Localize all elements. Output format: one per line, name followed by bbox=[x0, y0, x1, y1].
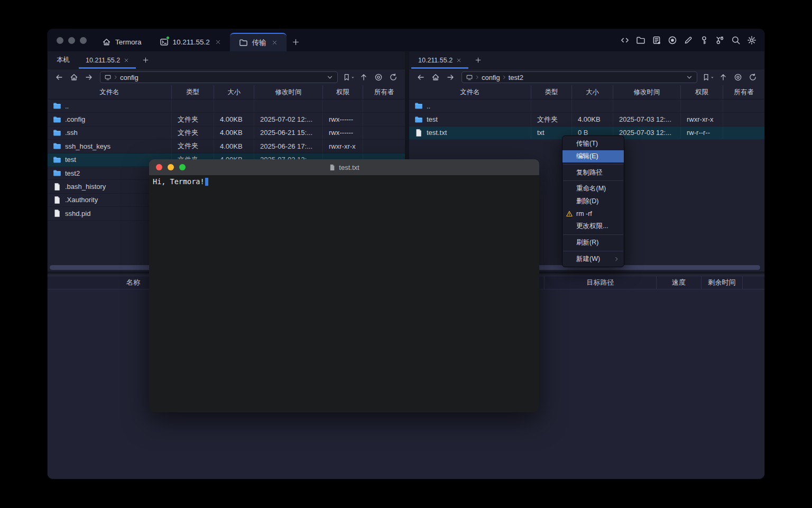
window-zoom-button[interactable] bbox=[80, 37, 87, 44]
log-icon[interactable] bbox=[652, 35, 661, 45]
connection-status-dot bbox=[166, 36, 170, 40]
parent-directory-button[interactable] bbox=[357, 71, 370, 83]
column-header[interactable]: 修改时间 bbox=[613, 85, 681, 99]
chevron-down-icon[interactable] bbox=[686, 74, 693, 81]
menu-item[interactable]: 编辑(E) bbox=[562, 150, 624, 163]
left-panel-new-tab-button[interactable] bbox=[137, 51, 154, 69]
back-button[interactable] bbox=[414, 71, 427, 83]
code-icon[interactable] bbox=[620, 35, 630, 45]
path-segment[interactable]: test2 bbox=[509, 74, 523, 81]
new-tab-button[interactable] bbox=[287, 33, 306, 51]
tab-label: Termora bbox=[115, 38, 142, 46]
column-header[interactable]: 权限 bbox=[681, 85, 723, 99]
caret-down-icon bbox=[350, 75, 355, 80]
table-row[interactable]: test文件夹4.00KB2025-07-03 12:...rwxr-xr-x bbox=[409, 113, 764, 126]
back-button[interactable] bbox=[53, 71, 66, 83]
right-panel-tabs: 10.211.55.2 bbox=[409, 51, 764, 69]
close-icon[interactable] bbox=[215, 39, 221, 45]
parent-directory-button[interactable] bbox=[717, 71, 730, 83]
refresh-icon bbox=[749, 73, 757, 81]
transfer-column-header[interactable]: 剩余时间 bbox=[702, 276, 743, 289]
show-hidden-files-button[interactable] bbox=[732, 71, 744, 83]
transfer-column-header[interactable]: 目标路径 bbox=[545, 276, 657, 289]
column-header[interactable]: 大小 bbox=[572, 85, 613, 99]
column-header[interactable]: 类型 bbox=[172, 85, 214, 99]
app-window: Termora10.211.55.2传输 本机10.211.55.2config… bbox=[48, 29, 764, 479]
file-name-cell: test bbox=[409, 113, 531, 125]
chevron-right-icon bbox=[614, 256, 620, 262]
close-icon[interactable] bbox=[272, 40, 278, 46]
forward-button[interactable] bbox=[444, 71, 457, 83]
table-row[interactable]: .config文件夹4.00KB2025-07-02 12:...rwx----… bbox=[48, 113, 405, 126]
home-button[interactable] bbox=[68, 71, 80, 83]
home-button[interactable] bbox=[429, 71, 442, 83]
right-panel-tab-ssh[interactable]: 10.211.55.2 bbox=[410, 51, 469, 69]
forward-icon bbox=[85, 73, 93, 81]
column-header[interactable]: 文件名 bbox=[48, 85, 172, 99]
document-icon bbox=[329, 164, 336, 171]
editor-close-button[interactable] bbox=[156, 164, 162, 170]
menu-item[interactable]: 删除(D) bbox=[562, 195, 624, 208]
titlebar-action-icons bbox=[620, 29, 756, 51]
forward-icon bbox=[446, 73, 455, 81]
file-name: test.txt bbox=[427, 129, 447, 137]
menu-item[interactable]: 复制路径 bbox=[562, 166, 624, 179]
left-panel-tab-local[interactable]: 本机 bbox=[49, 51, 78, 69]
close-icon[interactable] bbox=[456, 58, 462, 63]
edit-icon[interactable] bbox=[684, 35, 693, 45]
refresh-button[interactable] bbox=[746, 71, 759, 83]
column-header[interactable]: 所有者 bbox=[723, 85, 764, 99]
file-name-cell: ssh_host_keys bbox=[48, 140, 172, 152]
window-close-button[interactable] bbox=[57, 37, 63, 44]
left-panel-tab-ssh[interactable]: 10.211.55.2 bbox=[78, 51, 137, 69]
menu-item[interactable]: 传输(T) bbox=[562, 138, 624, 150]
column-header[interactable]: 大小 bbox=[214, 85, 254, 99]
table-row[interactable]: .. bbox=[409, 99, 764, 113]
column-header[interactable]: 类型 bbox=[531, 85, 572, 99]
column-header[interactable]: 文件名 bbox=[409, 85, 531, 99]
forward-button[interactable] bbox=[82, 71, 95, 83]
transfer-column-header[interactable]: 速度 bbox=[657, 276, 702, 289]
column-header[interactable]: 权限 bbox=[323, 85, 363, 99]
search-icon[interactable] bbox=[731, 35, 741, 45]
folder-icon[interactable] bbox=[636, 35, 645, 45]
window-tab-ssh-session[interactable]: 10.211.55.2 bbox=[151, 33, 230, 51]
refresh-button[interactable] bbox=[387, 71, 400, 83]
key-icon[interactable] bbox=[699, 35, 709, 45]
table-row[interactable]: ssh_host_keys文件夹4.00KB2025-06-26 17:...r… bbox=[48, 140, 405, 153]
table-row[interactable]: .. bbox=[48, 99, 405, 113]
menu-item[interactable]: 新建(W) bbox=[562, 253, 624, 266]
transfer-column-header[interactable] bbox=[743, 276, 764, 289]
editor-titlebar[interactable]: test.txt bbox=[149, 159, 539, 175]
menu-item[interactable]: 刷新(R) bbox=[562, 237, 624, 249]
file-permissions-cell: rwxr-xr-x bbox=[323, 140, 363, 152]
right-panel-path-field[interactable]: configtest2 bbox=[462, 71, 697, 83]
window-tab-termora[interactable]: Termora bbox=[93, 33, 151, 51]
editor-minimize-button[interactable] bbox=[168, 164, 174, 170]
record-icon[interactable] bbox=[668, 35, 677, 45]
editor-zoom-button[interactable] bbox=[179, 164, 186, 170]
right-panel-new-tab-button[interactable] bbox=[469, 51, 486, 69]
chevron-down-icon[interactable] bbox=[326, 74, 334, 81]
path-segment[interactable]: config bbox=[482, 74, 500, 81]
editor-content[interactable]: Hi, Termora! bbox=[149, 175, 539, 412]
menu-item-label: 新建(W) bbox=[576, 255, 600, 264]
menu-item[interactable]: 重命名(M) bbox=[562, 183, 624, 195]
file-type-cell bbox=[531, 99, 572, 112]
show-hidden-files-button[interactable] bbox=[372, 71, 385, 83]
left-panel-path-field[interactable]: config bbox=[100, 71, 338, 83]
file-mtime-cell: 2025-07-03 12:... bbox=[613, 113, 681, 125]
path-segment[interactable]: config bbox=[120, 74, 139, 81]
menu-item[interactable]: rm -rf bbox=[562, 207, 624, 220]
settings-icon[interactable] bbox=[747, 35, 756, 45]
keychain-icon[interactable] bbox=[715, 35, 725, 45]
close-icon[interactable] bbox=[124, 58, 129, 63]
column-header[interactable]: 所有者 bbox=[363, 85, 405, 99]
table-row[interactable]: .ssh文件夹4.00KB2025-06-21 15:...rwx------ bbox=[48, 126, 405, 140]
window-tab-transfer[interactable]: 传输 bbox=[230, 33, 287, 51]
menu-item[interactable]: 更改权限... bbox=[562, 220, 624, 233]
bookmarks-button[interactable] bbox=[343, 71, 355, 83]
column-header[interactable]: 修改时间 bbox=[254, 85, 323, 99]
window-minimize-button[interactable] bbox=[68, 37, 75, 44]
bookmarks-button[interactable] bbox=[702, 71, 715, 83]
